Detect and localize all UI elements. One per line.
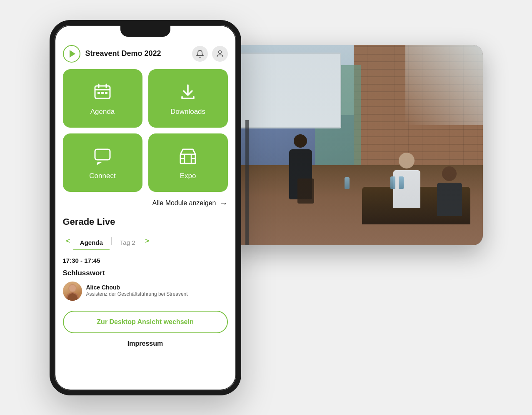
impressum-link[interactable]: Impressum <box>63 340 228 356</box>
tabs-nav: < Agenda Tag 2 > <box>63 236 228 250</box>
svg-rect-5 <box>97 92 100 94</box>
download-icon <box>179 83 197 103</box>
phone-mockup: Streavent Demo 2022 <box>50 20 241 395</box>
session-item: Schlusswort <box>63 269 228 301</box>
arrow-right-icon: → <box>220 199 228 208</box>
section-live-title: Gerade Live <box>63 216 228 227</box>
module-tile-downloads[interactable]: Downloads <box>148 69 228 128</box>
user-button[interactable] <box>212 46 228 62</box>
tab-next-arrow[interactable]: > <box>142 237 152 248</box>
chat-icon <box>93 147 112 167</box>
module-tile-connect[interactable]: Connect <box>63 133 142 192</box>
tab-prev-arrow[interactable]: < <box>63 237 73 248</box>
window-light <box>405 45 483 125</box>
show-all-link[interactable]: Alle Module anzeigen → <box>63 199 228 208</box>
svg-rect-8 <box>95 149 110 160</box>
tab-divider <box>111 237 112 245</box>
speaker-row: Alice Choub Assistenz der Geschäftsführu… <box>63 282 228 301</box>
module-grid: Agenda Downloads <box>63 69 228 192</box>
tab-tag2[interactable]: Tag 2 <box>113 236 142 250</box>
agenda-label: Agenda <box>90 108 115 116</box>
speaker-name: Alice Choub <box>86 284 188 291</box>
bell-icon <box>196 50 204 58</box>
svg-rect-6 <box>101 92 104 94</box>
svg-point-0 <box>218 50 221 53</box>
app-header: Streavent Demo 2022 <box>63 42 228 69</box>
svg-rect-7 <box>105 92 107 94</box>
show-all-label: Alle Module anzeigen <box>152 199 216 207</box>
connect-label: Connect <box>89 172 115 180</box>
notification-button[interactable] <box>192 46 208 62</box>
switch-to-desktop-button[interactable]: Zur Desktop Ansicht wechseln <box>63 311 228 333</box>
conference-photo <box>225 45 483 245</box>
header-icons <box>192 46 228 62</box>
downloads-label: Downloads <box>170 108 205 116</box>
app-logo <box>63 45 80 63</box>
store-icon <box>179 147 197 167</box>
agenda-icon <box>93 83 112 103</box>
play-icon <box>70 50 75 58</box>
main-scene: Streavent Demo 2022 <box>0 3 532 412</box>
module-tile-expo[interactable]: Expo <box>148 133 228 192</box>
photo-background <box>225 45 483 245</box>
avatar-image <box>63 282 82 301</box>
app-title: Streavent Demo 2022 <box>85 49 187 58</box>
speaker-info: Alice Choub Assistenz der Geschäftsführu… <box>86 284 188 298</box>
person-icon <box>216 50 224 58</box>
svg-point-17 <box>69 285 76 292</box>
phone-content: Streavent Demo 2022 <box>55 25 236 390</box>
speaker-avatar <box>63 282 82 301</box>
expo-label: Expo <box>180 172 196 180</box>
tab-agenda[interactable]: Agenda <box>73 236 110 250</box>
session-name: Schlusswort <box>63 269 228 277</box>
phone-notch <box>120 25 170 37</box>
speaker-title: Assistenz der Geschäftsführung bei Strea… <box>86 291 188 298</box>
module-tile-agenda[interactable]: Agenda <box>63 69 142 128</box>
time-range: 17:30 - 17:45 <box>63 257 228 264</box>
